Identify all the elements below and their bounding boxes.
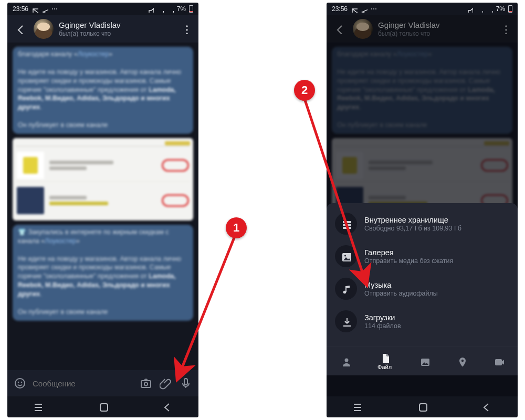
battery-text: 7% (496, 5, 505, 13)
home-button[interactable] (98, 401, 108, 413)
chat-subtitle: был(а) только что (59, 30, 172, 37)
android-navbar (7, 396, 198, 417)
signal-icon (486, 6, 493, 13)
download-icon (335, 310, 357, 332)
signal-icon (157, 6, 164, 13)
battery-text: 7% (177, 5, 186, 13)
svg-rect-20 (100, 404, 108, 411)
annotation-badge-2: 2 (294, 80, 315, 101)
tab-label: Файл (377, 364, 392, 370)
chat-title-block[interactable]: Gginger Vladislav был(а) только что (59, 20, 172, 37)
home-button[interactable] (417, 401, 427, 413)
emoji-button[interactable] (12, 375, 28, 392)
camera-button[interactable] (138, 375, 154, 392)
more-button[interactable] (177, 20, 194, 37)
annotation-arrow-2 (299, 89, 378, 294)
mail-icon (351, 6, 358, 13)
battery-icon (508, 5, 512, 13)
media-card (13, 138, 193, 220)
signal-icon (476, 6, 483, 13)
mute-icon (147, 6, 154, 13)
tab-location[interactable] (456, 356, 467, 366)
status-time: 23:56 (332, 5, 348, 13)
telegram-icon (41, 6, 48, 13)
sheet-title: Загрузки (364, 313, 401, 322)
sheet-tabs: Файл (327, 346, 518, 375)
recents-button[interactable] (34, 401, 45, 413)
chat-title-block[interactable]: Gginger Vladislav был(а) только что (378, 20, 491, 37)
tab-video[interactable] (494, 356, 504, 366)
status-time: 23:56 (13, 5, 28, 13)
message-input[interactable] (32, 379, 134, 388)
signal-icon (167, 6, 174, 13)
back-nav-button[interactable] (161, 401, 172, 413)
chat-title: Gginger Vladislav (378, 20, 491, 29)
sheet-sub: Свободно 93,17 Гб из 109,93 Гб (364, 225, 461, 232)
status-bar: 23:56 ⋯ 7% (7, 3, 198, 15)
more-button[interactable] (497, 20, 513, 37)
back-button[interactable] (12, 20, 28, 37)
annotation-badge-1: 1 (226, 217, 247, 238)
message-bubble: 👕 Закупались в интернете по жирным скидк… (13, 225, 193, 321)
android-navbar (327, 396, 518, 417)
chat-header: Gginger Vladislav был(а) только что (7, 15, 198, 43)
tab-file[interactable]: Файл (377, 352, 392, 370)
mute-icon (466, 6, 473, 13)
avatar[interactable] (353, 19, 373, 39)
chat-subtitle: был(а) только что (378, 30, 491, 37)
status-bar: 23:56 ⋯ 7% (327, 3, 518, 15)
message-bubble: благодаря каналу «Лоукостер» Не идите на… (13, 47, 193, 134)
telegram-icon (361, 6, 368, 13)
chat-title: Gginger Vladislav (59, 20, 172, 29)
sheet-title: Внутреннее хранилище (364, 216, 461, 224)
mail-icon (32, 6, 38, 13)
tab-contact[interactable] (340, 356, 351, 366)
annotation-arrow-1 (168, 226, 242, 388)
back-button[interactable] (331, 20, 348, 37)
dots-icon: ⋯ (371, 5, 377, 13)
sheet-sub: 114 файлов (364, 322, 401, 330)
back-nav-button[interactable] (480, 401, 491, 413)
dots-icon: ⋯ (51, 5, 58, 13)
recents-button[interactable] (353, 401, 364, 413)
sheet-item-downloads[interactable]: Загрузки 114 файлов (327, 305, 518, 338)
battery-icon (189, 5, 193, 13)
svg-rect-21 (419, 404, 427, 411)
chat-header: Gginger Vladislav был(а) только что (327, 15, 518, 43)
tab-gallery[interactable] (419, 356, 429, 366)
avatar[interactable] (34, 19, 54, 39)
